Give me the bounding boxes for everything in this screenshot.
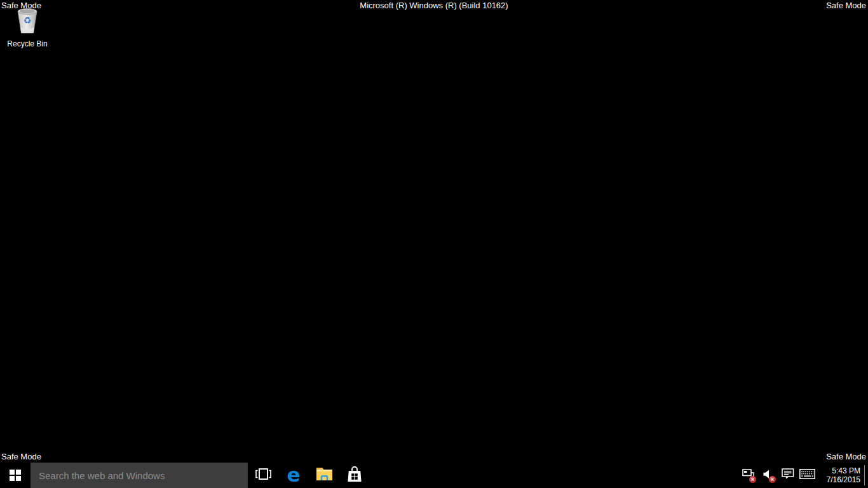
task-view-button[interactable] <box>248 463 278 488</box>
network-status-button[interactable]: ✕ <box>738 463 758 488</box>
safe-mode-label-bottom-left: Safe Mode <box>1 452 41 461</box>
search-input[interactable] <box>31 463 248 488</box>
keyboard-icon <box>799 469 815 482</box>
store-button[interactable] <box>339 463 370 488</box>
touch-keyboard-button[interactable] <box>797 463 817 488</box>
show-desktop-divider <box>864 465 865 485</box>
clock-date: 7/16/2015 <box>820 475 860 484</box>
show-desktop-button[interactable] <box>864 463 868 488</box>
recycle-bin-label: Recycle Bin <box>7 39 47 48</box>
windows-build-watermark: Microsoft (R) Windows (R) (Build 10162) <box>0 1 868 10</box>
file-explorer-button[interactable] <box>309 463 339 488</box>
recycle-bin-icon: ♻ <box>15 6 39 37</box>
desktop: Safe Mode Safe Mode Safe Mode Safe Mode … <box>0 0 868 488</box>
taskbar-search-box[interactable] <box>31 463 248 488</box>
recycle-bin-desktop-icon[interactable]: ♻ Recycle Bin <box>3 6 52 48</box>
volume-error-badge: ✕ <box>769 476 776 483</box>
taskbar-clock[interactable]: 5:43 PM 7/16/2015 <box>820 466 860 484</box>
start-button[interactable] <box>0 463 31 488</box>
taskbar: e <box>0 463 868 488</box>
system-tray: ✕ ✕ <box>738 463 868 488</box>
edge-browser-icon: e <box>287 465 300 484</box>
safe-mode-label-bottom-right: Safe Mode <box>826 452 866 461</box>
network-error-badge: ✕ <box>749 476 756 483</box>
folder-icon <box>316 467 333 484</box>
volume-button[interactable]: ✕ <box>758 463 778 488</box>
recycle-symbol-glyph: ♻ <box>24 15 32 25</box>
edge-browser-button[interactable]: e <box>278 463 309 488</box>
clock-time: 5:43 PM <box>820 466 860 475</box>
action-center-button[interactable] <box>778 463 797 488</box>
store-bag-icon <box>346 465 363 485</box>
windows-logo-icon <box>10 470 21 481</box>
action-center-icon <box>782 468 794 482</box>
task-view-icon <box>255 468 272 483</box>
